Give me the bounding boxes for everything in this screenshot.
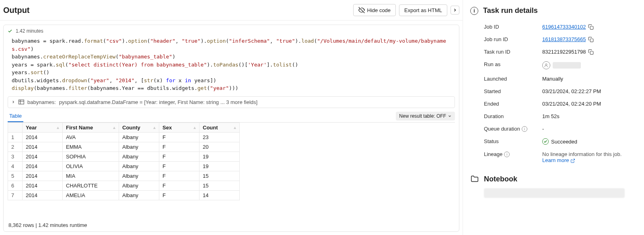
details-title: Task run details: [483, 6, 538, 15]
user-icon: [544, 63, 549, 68]
cell: Albany: [119, 152, 159, 161]
col-header[interactable]: Year▲: [23, 123, 63, 132]
cell: 14: [200, 190, 240, 200]
df-var: babynames:: [27, 99, 56, 105]
chevron-right-icon: [453, 8, 457, 12]
cell: 20: [200, 142, 240, 152]
launched-value: Manually: [542, 76, 637, 82]
svg-rect-4: [591, 26, 594, 29]
table-row[interactable]: 32014SOPHIAAlbanyF19: [8, 152, 240, 161]
export-html-button[interactable]: Export as HTML: [399, 4, 447, 16]
label-ended: Ended: [484, 101, 542, 107]
check-icon: [8, 29, 12, 33]
label-lineage: Lineage i: [484, 151, 542, 157]
cell: Albany: [119, 181, 159, 190]
cell: 15: [200, 181, 240, 190]
chevron-down-icon: [448, 114, 452, 118]
label-run-as: Run as: [484, 61, 542, 67]
copy-icon[interactable]: [588, 49, 594, 55]
cell: EMMA: [63, 142, 119, 152]
cell: F: [159, 171, 200, 181]
table-row[interactable]: 42014OLIVIAAlbanyF19: [8, 161, 240, 171]
df-schema: pyspark.sql.dataframe.DataFrame = [Year:…: [59, 99, 257, 105]
hide-code-button[interactable]: Hide code: [353, 4, 396, 16]
job-run-id-link[interactable]: 161813873375665: [542, 36, 586, 42]
sort-icon: ▲: [152, 125, 156, 130]
notebook-section-title: Notebook: [484, 175, 517, 183]
cell: MIA: [63, 171, 119, 181]
sort-icon: ▲: [193, 125, 197, 130]
label-queue-duration: Queue duration i: [484, 126, 542, 132]
cell: F: [159, 152, 200, 161]
cell: 19: [200, 161, 240, 171]
cell: 2014: [23, 190, 63, 200]
table-row[interactable]: 22014EMMAAlbanyF20: [8, 142, 240, 152]
copy-icon[interactable]: [588, 37, 594, 42]
lineage-text: No lineage information for this job.: [542, 151, 637, 157]
cell: CHARLOTTE: [63, 181, 119, 190]
cell: 2014: [23, 152, 63, 161]
code-block: babynames = spark.read.format("csv").opt…: [4, 37, 459, 96]
results-table: Year▲First Name▲County▲Sex▲Count▲ 12014A…: [8, 123, 240, 200]
svg-rect-1: [19, 100, 24, 104]
copy-icon[interactable]: [588, 24, 594, 30]
started-value: 03/21/2024, 02:22:27 PM: [542, 88, 637, 94]
table-row[interactable]: 72014AMELIAAlbanyF14: [8, 190, 240, 200]
cell: 2014: [23, 171, 63, 181]
notebook-path-redacted: [484, 188, 625, 198]
label-status: Status: [484, 138, 542, 144]
cell: Albany: [119, 190, 159, 200]
success-icon: [542, 138, 549, 145]
cell: 2014: [23, 181, 63, 190]
svg-rect-5: [591, 39, 594, 42]
run-as-user-redacted: [553, 62, 581, 69]
info-icon[interactable]: i: [504, 152, 510, 157]
job-id-link[interactable]: 619614733340102: [542, 24, 586, 30]
cell: F: [159, 142, 200, 152]
avatar: [542, 61, 550, 69]
status-duration: 1.42 minutes: [16, 28, 43, 34]
svg-line-8: [572, 159, 575, 161]
dataframe-summary[interactable]: babynames: pyspark.sql.dataframe.DataFra…: [8, 96, 455, 108]
table-row[interactable]: 12014AVAAlbanyF23: [8, 132, 240, 142]
label-job-run-id: Job run ID: [484, 36, 542, 42]
info-icon[interactable]: i: [522, 126, 527, 132]
label-started: Started: [484, 88, 542, 94]
col-header[interactable]: First Name▲: [63, 123, 119, 132]
external-link-icon: [570, 158, 575, 163]
col-header[interactable]: County▲: [119, 123, 159, 132]
task-run-id-value: 832121922951798: [542, 49, 586, 55]
sort-icon: ▲: [56, 125, 60, 130]
ended-value: 03/21/2024, 02:24:20 PM: [542, 101, 637, 107]
sort-icon: ▲: [112, 125, 116, 130]
cell: Albany: [119, 171, 159, 181]
result-table-toggle[interactable]: New result table: OFF: [396, 112, 455, 121]
tab-table[interactable]: Table: [8, 110, 23, 122]
sort-icon: ▲: [233, 125, 237, 130]
cell: 19: [200, 152, 240, 161]
learn-more-link[interactable]: Learn more: [542, 157, 569, 163]
collapse-panel-button[interactable]: [451, 6, 459, 15]
cell: 15: [200, 171, 240, 181]
cell: AMELIA: [63, 190, 119, 200]
cell: F: [159, 132, 200, 142]
label-task-run-id: Task run ID: [484, 49, 542, 55]
label-duration: Duration: [484, 113, 542, 119]
table-row[interactable]: 62014CHARLOTTEAlbanyF15: [8, 181, 240, 190]
cell: 23: [200, 132, 240, 142]
result-toggle-label: New result table: OFF: [399, 113, 446, 119]
col-header[interactable]: Count▲: [200, 123, 240, 132]
eye-off-icon: [358, 7, 365, 13]
svg-rect-6: [591, 51, 594, 54]
table-row[interactable]: 52014MIAAlbanyF15: [8, 171, 240, 181]
col-header[interactable]: Sex▲: [159, 123, 200, 132]
cell: Albany: [119, 161, 159, 171]
cell: Albany: [119, 142, 159, 152]
col-index: [8, 123, 23, 132]
cell: F: [159, 181, 200, 190]
page-title: Output: [3, 6, 350, 15]
svg-point-7: [545, 64, 547, 65]
cell: F: [159, 161, 200, 171]
queue-value: -: [542, 126, 637, 132]
chevron-right-icon: [11, 100, 15, 104]
